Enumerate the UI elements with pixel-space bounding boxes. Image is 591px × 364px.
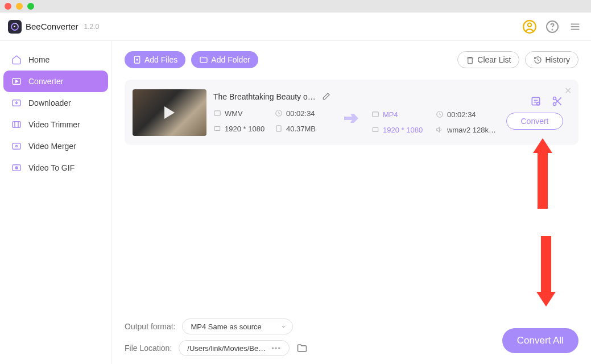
sidebar-item-label: Video Merger	[28, 142, 76, 151]
main-content: Add Files Add Folder Clear List History …	[112, 41, 591, 364]
minimize-window-icon[interactable]	[16, 3, 23, 10]
svg-text:G: G	[15, 166, 18, 169]
sidebar: Home Converter Downloader Video Trimmer …	[0, 41, 112, 364]
annotation-arrow-down	[541, 236, 551, 293]
svg-rect-20	[214, 111, 221, 115]
sidebar-item-converter[interactable]: Converter	[3, 71, 108, 92]
svg-rect-10	[13, 122, 20, 128]
video-icon	[371, 110, 379, 118]
close-window-icon[interactable]	[5, 3, 11, 10]
svg-marker-8	[16, 80, 18, 83]
subtitle-icon[interactable]	[530, 96, 542, 107]
file-title: The Breathtaking Beauty of N…	[213, 92, 316, 101]
merger-icon	[10, 140, 23, 152]
download-icon	[10, 97, 23, 109]
audio-icon	[436, 126, 444, 134]
home-icon	[10, 53, 23, 66]
sidebar-item-label: Converter	[28, 77, 63, 86]
sidebar-item-label: Video Trimmer	[28, 120, 80, 129]
app-name: BeeConverter	[26, 22, 78, 31]
open-folder-icon[interactable]	[296, 342, 308, 354]
svg-point-1	[528, 23, 532, 27]
sidebar-item-label: Home	[28, 55, 49, 64]
svg-rect-23	[276, 126, 281, 132]
scissors-icon[interactable]	[552, 96, 563, 107]
trash-icon	[466, 56, 474, 64]
clock-icon	[436, 110, 444, 118]
menu-icon[interactable]	[567, 19, 583, 35]
sidebar-item-label: Video To GIF	[28, 163, 75, 172]
filesize-icon	[275, 125, 283, 133]
app-logo	[8, 20, 22, 34]
svg-rect-27	[532, 97, 539, 105]
svg-point-32	[553, 102, 556, 105]
window-titlebar	[0, 0, 591, 13]
sidebar-item-merger[interactable]: Video Merger	[3, 135, 108, 157]
file-input-info: The Breathtaking Beauty of N… WMV 00:02:…	[213, 92, 333, 133]
sidebar-item-trimmer[interactable]: Video Trimmer	[3, 114, 108, 135]
app-version: 1.2.0	[84, 23, 100, 31]
add-folder-button[interactable]: Add Folder	[191, 51, 258, 68]
video-icon	[213, 109, 221, 117]
resolution-icon	[213, 125, 221, 133]
annotation-arrow-up	[538, 152, 548, 209]
edit-icon[interactable]	[321, 92, 330, 101]
play-icon	[164, 106, 175, 119]
remove-file-icon[interactable]: ✕	[564, 85, 572, 96]
arrow-right-icon	[344, 101, 360, 124]
output-resolution-select[interactable]: 1920 * 1080	[383, 126, 423, 134]
sidebar-item-gif[interactable]: G Video To GIF	[3, 157, 108, 179]
svg-rect-13	[13, 143, 20, 150]
trimmer-icon	[10, 118, 23, 131]
converter-icon	[10, 75, 23, 88]
sidebar-item-downloader[interactable]: Downloader	[3, 92, 108, 114]
convert-button[interactable]: Convert	[506, 113, 563, 130]
folder-plus-icon	[199, 55, 208, 64]
svg-rect-22	[214, 127, 220, 131]
footer-bar: Output format: MP4 Same as source File L…	[125, 318, 578, 356]
output-format-dropdown[interactable]: MP4 Same as source	[182, 318, 293, 334]
file-plus-icon	[133, 55, 142, 64]
gif-icon: G	[10, 162, 23, 174]
output-format-label: Output format:	[125, 322, 175, 331]
more-icon[interactable]: •••	[271, 344, 281, 353]
file-location-label: File Location:	[125, 344, 172, 353]
clear-list-button[interactable]: Clear List	[457, 51, 519, 68]
svg-rect-24	[373, 112, 379, 117]
sidebar-item-home[interactable]: Home	[3, 49, 108, 71]
svg-point-30	[537, 102, 540, 105]
svg-point-14	[16, 146, 18, 147]
resolution-icon	[371, 126, 379, 134]
output-format-select[interactable]: MP4	[383, 110, 398, 119]
card-actions: Convert	[503, 96, 563, 130]
convert-all-button[interactable]: Convert All	[502, 328, 578, 353]
video-thumbnail[interactable]	[133, 89, 206, 136]
history-icon	[534, 56, 542, 64]
toolbar: Add Files Add Folder Clear List History	[125, 51, 578, 68]
clock-icon	[275, 109, 283, 117]
app-header: BeeConverter 1.2.0	[0, 13, 591, 41]
sidebar-item-label: Downloader	[28, 98, 71, 107]
svg-rect-26	[373, 128, 378, 132]
add-files-button[interactable]: Add Files	[125, 51, 185, 68]
help-icon[interactable]	[544, 19, 560, 35]
maximize-window-icon[interactable]	[27, 3, 34, 10]
history-button[interactable]: History	[525, 51, 578, 68]
file-location-field[interactable]: /Users/link/Movies/BeeC •••	[179, 340, 290, 356]
file-card: ✕ The Breathtaking Beauty of N… WMV 00:0…	[125, 80, 578, 145]
file-output-info: MP4 00:02:34 1920 * 1080 wmav2 128k…	[371, 91, 497, 134]
svg-point-31	[553, 97, 556, 100]
account-icon[interactable]	[522, 19, 538, 35]
svg-point-3	[552, 29, 553, 30]
